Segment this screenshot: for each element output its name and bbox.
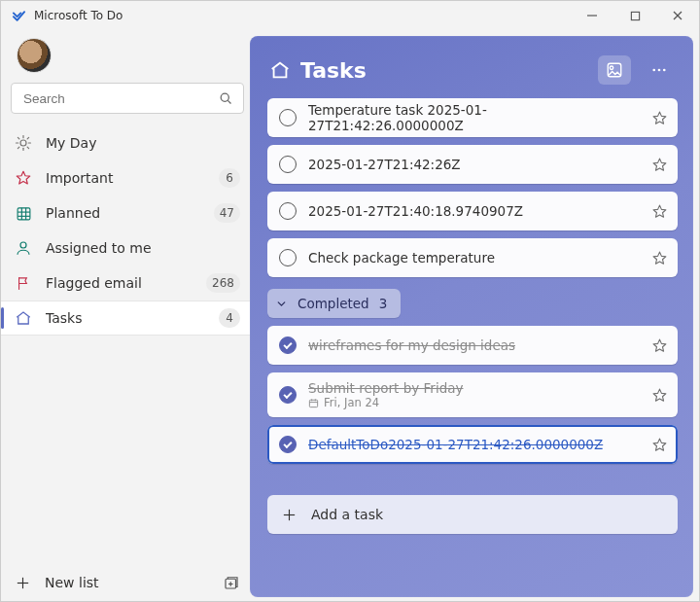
svg-marker-34	[653, 205, 666, 217]
svg-point-4	[221, 93, 228, 101]
task-complete-toggle[interactable]	[279, 156, 297, 173]
main-header: Tasks	[269, 55, 676, 85]
svg-marker-33	[653, 159, 666, 170]
calendar-icon	[15, 204, 32, 222]
star-icon	[15, 169, 32, 187]
sidebar-item-label: Important	[46, 170, 205, 186]
task-item[interactable]: Check package temperature	[267, 238, 678, 277]
svg-point-21	[20, 242, 26, 248]
star-icon[interactable]	[651, 110, 668, 126]
task-title: 2025-01-27T21:42:26Z	[308, 157, 640, 172]
completed-count: 3	[379, 296, 388, 311]
avatar[interactable]	[17, 38, 52, 73]
svg-line-14	[27, 137, 29, 139]
task-complete-toggle[interactable]	[279, 202, 297, 220]
svg-rect-37	[309, 400, 317, 407]
task-title: Check package temperature	[308, 250, 640, 266]
task-complete-toggle[interactable]	[279, 336, 297, 354]
star-icon[interactable]	[651, 250, 668, 266]
window-maximize-button[interactable]	[613, 1, 656, 30]
svg-marker-41	[653, 389, 666, 401]
task-title: Temperature task 2025-01-27T21:42:26.000…	[308, 102, 640, 133]
sidebar-item-label: Tasks	[46, 310, 205, 326]
sidebar-item-count: 47	[214, 203, 240, 223]
task-title: 2025-01-27T21:40:18.9740907Z	[308, 203, 640, 219]
task-item-completed[interactable]: DefaultToDo2025-01-27T21:42:26.0000000Z	[267, 425, 678, 464]
task-complete-toggle[interactable]	[279, 109, 297, 126]
sidebar-item-flagged[interactable]: Flagged email 268	[1, 266, 254, 301]
task-due-row: Fri, Jan 24	[308, 396, 640, 409]
window-title: Microsoft To Do	[34, 9, 122, 22]
sidebar-item-label: Assigned to me	[46, 240, 240, 256]
more-options-button[interactable]	[643, 55, 676, 85]
chevron-down-icon	[275, 298, 288, 310]
svg-line-11	[18, 137, 19, 139]
svg-marker-35	[653, 252, 666, 264]
search-box[interactable]	[11, 83, 244, 114]
task-complete-toggle[interactable]	[279, 249, 297, 266]
sidebar-item-count: 268	[206, 273, 240, 293]
star-icon[interactable]	[651, 387, 668, 404]
plus-icon	[281, 507, 298, 523]
task-item[interactable]: Temperature task 2025-01-27T21:42:26.000…	[267, 98, 678, 137]
svg-line-12	[27, 147, 29, 149]
person-icon	[15, 239, 32, 257]
star-icon[interactable]	[651, 157, 668, 173]
flag-icon	[15, 274, 32, 292]
sidebar-item-label: Flagged email	[46, 275, 192, 291]
completed-label: Completed	[298, 296, 369, 311]
sidebar-item-count: 4	[219, 308, 240, 328]
svg-rect-1	[631, 12, 639, 19]
app-body: My Day Important 6 Planned 47	[1, 30, 699, 602]
task-title: DefaultToDo2025-01-27T21:42:26.0000000Z	[308, 437, 640, 452]
completed-section-toggle[interactable]: Completed 3	[267, 289, 401, 318]
new-list-button[interactable]: New list	[15, 575, 209, 591]
star-icon[interactable]	[651, 203, 668, 220]
svg-point-29	[652, 69, 655, 72]
calendar-icon	[308, 398, 319, 408]
sidebar-item-label: My Day	[46, 135, 240, 151]
sidebar-item-myday[interactable]: My Day	[1, 125, 254, 160]
sidebar-item-label: Planned	[46, 205, 200, 221]
task-complete-toggle[interactable]	[279, 386, 297, 404]
new-group-button[interactable]	[223, 574, 240, 591]
sidebar-list: My Day Important 6 Planned 47	[1, 125, 254, 562]
task-item[interactable]: 2025-01-27T21:42:26Z	[267, 145, 678, 184]
sidebar-bottom: New list	[1, 562, 254, 602]
titlebar: Microsoft To Do	[1, 1, 699, 30]
main-panel: Tasks Temperature task 2025-01-27T21:42:…	[250, 36, 693, 597]
suggestions-button[interactable]	[598, 55, 631, 85]
svg-line-5	[228, 100, 230, 103]
svg-point-28	[610, 66, 612, 69]
sun-icon	[15, 134, 32, 152]
sidebar-item-tasks[interactable]: Tasks 4	[1, 301, 254, 336]
sidebar-item-count: 6	[219, 168, 240, 188]
star-icon[interactable]	[651, 337, 668, 354]
task-due-date: Fri, Jan 24	[324, 396, 379, 409]
plus-icon	[15, 575, 31, 591]
search-input[interactable]	[21, 90, 219, 107]
task-title: Submit report by Friday	[308, 380, 640, 396]
svg-line-13	[18, 147, 19, 149]
task-complete-toggle[interactable]	[279, 436, 297, 453]
search-icon	[219, 91, 233, 106]
sidebar-item-important[interactable]: Important 6	[1, 160, 254, 195]
add-task-button[interactable]: Add a task	[267, 495, 678, 534]
sidebar: My Day Important 6 Planned 47	[1, 30, 254, 602]
task-item-completed[interactable]: wireframes for my design ideas	[267, 326, 678, 365]
tasks-list: Temperature task 2025-01-27T21:42:26.000…	[267, 98, 680, 584]
svg-marker-42	[653, 439, 666, 450]
task-item-completed[interactable]: Submit report by Friday Fri, Jan 24	[267, 372, 678, 417]
add-task-label: Add a task	[311, 507, 383, 522]
sidebar-item-planned[interactable]: Planned 47	[1, 195, 254, 230]
page-title: Tasks	[300, 58, 367, 83]
svg-rect-16	[18, 207, 30, 219]
window-close-button[interactable]	[656, 1, 699, 30]
svg-point-30	[658, 69, 661, 72]
sidebar-item-assigned[interactable]: Assigned to me	[1, 230, 254, 266]
star-icon[interactable]	[651, 437, 668, 453]
svg-point-31	[663, 69, 666, 72]
home-icon	[269, 59, 291, 81]
task-item[interactable]: 2025-01-27T21:40:18.9740907Z	[267, 192, 678, 230]
window-minimize-button[interactable]	[571, 1, 613, 30]
